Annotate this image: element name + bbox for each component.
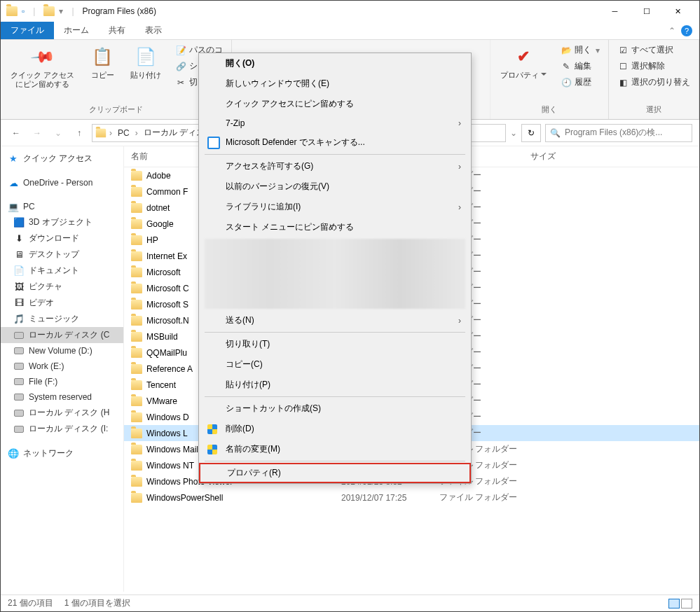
tree-onedrive[interactable]: ☁OneDrive - Person [1, 175, 123, 190]
forward-button[interactable]: → [29, 125, 46, 141]
folder-icon [131, 364, 142, 374]
ctx-rename[interactable]: 名前の変更(M) [199, 439, 471, 459]
maximize-button[interactable]: ☐ [631, 1, 662, 22]
refresh-button[interactable]: ↻ [521, 124, 541, 142]
folder-icon [131, 203, 142, 213]
history-button[interactable]: 🕘履歴 [558, 75, 603, 90]
paste-button[interactable]: 📄 貼り付け [126, 43, 165, 83]
folder-icon [131, 267, 142, 277]
tree-item[interactable]: Work (E:) [1, 359, 123, 374]
ctx-paste[interactable]: 貼り付け(P) [199, 375, 471, 395]
tree-item[interactable]: ローカル ディスク (H [1, 405, 123, 421]
recent-dropdown[interactable]: ⌄ [50, 125, 67, 141]
search-input[interactable]: 🔍 Program Files (x86)の検... [545, 124, 692, 142]
check-icon: ✔ [517, 48, 530, 66]
tree-item[interactable]: New Volume (D:) [1, 343, 123, 359]
ctx-copy[interactable]: コピー(C) [199, 354, 471, 375]
ctx-7zip[interactable]: 7-Zip› [199, 114, 471, 132]
ctx-pin-start[interactable]: スタート メニューにピン留めする [199, 217, 471, 237]
ctx-pin-quick[interactable]: クイック アクセスにピン留めする [199, 94, 471, 114]
tree-item[interactable]: File (F:) [1, 374, 123, 389]
ctx-separator [205, 332, 465, 333]
pin-quick-access-button[interactable]: 📌 クイック アクセス にピン留めする [6, 43, 78, 92]
copy-button[interactable]: 📋 コピー [85, 43, 119, 83]
ctx-redacted-area [205, 239, 465, 309]
ctx-properties[interactable]: プロパティ(R) [200, 464, 469, 482]
ribbon-collapse-icon[interactable]: ⌃ [668, 26, 675, 36]
ribbon-tabs: ファイル ホーム 共有 表示 ⌃ ? [1, 22, 699, 40]
select-none-button[interactable]: ☐選択解除 [615, 59, 693, 74]
crumb-pc[interactable]: PC [115, 128, 132, 138]
folder-icon [131, 461, 142, 471]
back-button[interactable]: ← [8, 125, 25, 141]
tree-item[interactable]: System reserved [1, 389, 123, 405]
disk-icon [13, 345, 25, 356]
star-icon: ★ [8, 153, 19, 165]
tree-item[interactable]: 📄ドキュメント [1, 263, 123, 279]
help-icon[interactable]: ? [681, 25, 692, 36]
folder-icon: 🖥 [13, 249, 25, 260]
ctx-separator [205, 461, 465, 461]
crumb-disk[interactable]: ローカル ディス [141, 127, 207, 139]
folder-icon [131, 300, 142, 310]
open-group-label: 開く [496, 103, 603, 116]
tree-item[interactable]: 🟦3D オブジェクト [1, 214, 123, 230]
ctx-open[interactable]: 開く(O) [199, 53, 471, 74]
chevron-right-icon: › [458, 316, 461, 326]
edit-button[interactable]: ✎編集 [558, 59, 603, 74]
file-row[interactable]: WindowsPowerShell2019/12/07 17:25ファイル フォ… [124, 489, 699, 506]
tab-view[interactable]: 表示 [135, 22, 172, 39]
tab-home[interactable]: ホーム [54, 22, 99, 39]
tab-share[interactable]: 共有 [99, 22, 135, 39]
properties-button[interactable]: ✔ プロパティ [496, 43, 551, 83]
select-all-button[interactable]: ☑すべて選択 [615, 43, 693, 57]
pc-icon: 💻 [8, 201, 19, 212]
details-view-icon[interactable] [668, 599, 680, 608]
up-button[interactable]: ↑ [71, 125, 88, 141]
tree-item[interactable]: ローカル ディスク (I: [1, 421, 123, 437]
col-size[interactable]: サイズ [530, 151, 586, 162]
folder-icon [131, 235, 142, 245]
qat-dropdown[interactable]: ▾ [59, 6, 63, 16]
tree-item[interactable]: 🎵ミュージック [1, 311, 123, 327]
address-dropdown[interactable]: ⌄ [510, 128, 517, 138]
search-icon: 🔍 [550, 128, 561, 138]
tree-quick-access[interactable]: ★クイック アクセス [1, 151, 123, 167]
highlight-properties: プロパティ(R) [199, 463, 471, 483]
large-icons-view-icon[interactable] [681, 599, 692, 608]
ctx-open-new-window[interactable]: 新しいウィンドウで開く(E) [199, 74, 471, 94]
tree-item[interactable]: ローカル ディスク (C [1, 327, 123, 343]
disk-icon [13, 376, 25, 387]
tree-item[interactable]: 🖥デスクトップ [1, 246, 123, 263]
open-button[interactable]: 📂開く▾ [558, 43, 603, 57]
close-button[interactable]: ✕ [662, 1, 694, 22]
folder-icon [131, 187, 142, 197]
ctx-grant-access[interactable]: アクセスを許可する(G)› [199, 156, 471, 176]
ctx-delete[interactable]: 削除(D) [199, 419, 471, 439]
minimize-button[interactable]: ─ [599, 1, 631, 22]
folder-icon [131, 219, 142, 229]
qat-folder-icon[interactable] [43, 6, 55, 16]
tab-file[interactable]: ファイル [1, 22, 54, 39]
ctx-add-library[interactable]: ライブラリに追加(I)› [199, 197, 471, 217]
tree-network[interactable]: 🌐ネットワーク [1, 445, 123, 461]
ctx-defender[interactable]: Microsoft Defender でスキャンする... [199, 132, 471, 153]
folder-icon: ⬇ [13, 233, 25, 244]
folder-icon [131, 171, 142, 181]
pin-icon: 📌 [29, 43, 55, 69]
tree-pc[interactable]: 💻PC [1, 199, 123, 214]
ctx-restore-prev[interactable]: 以前のバージョンの復元(V) [199, 176, 471, 197]
ctx-send-to[interactable]: 送る(N)› [199, 310, 471, 331]
folder-icon [131, 316, 142, 326]
tree-item[interactable]: ⬇ダウンロード [1, 230, 123, 246]
ctx-cut[interactable]: 切り取り(T) [199, 334, 471, 354]
invert-selection-button[interactable]: ◧選択の切り替え [615, 75, 693, 90]
tree-item[interactable]: 🖼ピクチャ [1, 279, 123, 295]
folder-icon [131, 332, 142, 342]
disk-icon [13, 361, 25, 372]
ctx-create-shortcut[interactable]: ショートカットの作成(S) [199, 398, 471, 419]
folder-icon: 📄 [13, 265, 25, 277]
folder-icon [131, 429, 142, 438]
qat-save-icon[interactable]: ▫ [22, 6, 25, 16]
tree-item[interactable]: 🎞ビデオ [1, 295, 123, 311]
